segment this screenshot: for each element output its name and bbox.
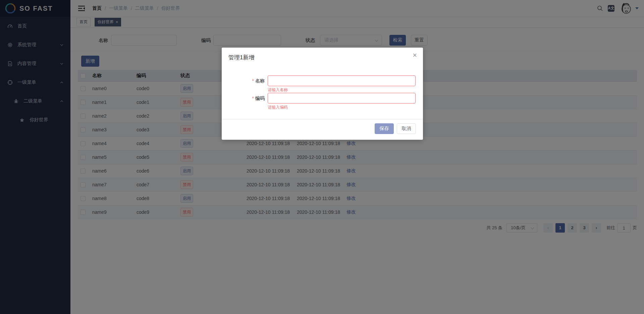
required-mark: * bbox=[252, 78, 254, 83]
close-icon[interactable]: × bbox=[413, 52, 417, 59]
save-button[interactable]: 保存 bbox=[375, 123, 394, 134]
required-mark: * bbox=[252, 96, 254, 101]
dialog-name-label: *名称 bbox=[222, 75, 265, 86]
modal-overlay[interactable] bbox=[0, 0, 644, 314]
add-dialog: 管理1新增 × *名称 请输入名称 *编码 请输入编码 保存 取消 bbox=[222, 48, 423, 140]
dialog-code-error: 请输入编码 bbox=[268, 105, 288, 110]
dialog-code-label: *编码 bbox=[222, 93, 265, 104]
app-root: SO FAST 首页 系统管理 内容管理 一级菜单 二级菜单 你好世界 bbox=[0, 0, 644, 314]
dialog-name-error: 请输入名称 bbox=[268, 87, 288, 93]
dialog-code-input[interactable] bbox=[268, 93, 416, 104]
divider bbox=[222, 119, 423, 119]
cancel-button[interactable]: 取消 bbox=[397, 123, 416, 134]
dialog-name-input[interactable] bbox=[268, 75, 416, 86]
dialog-title: 管理1新增 bbox=[228, 54, 254, 61]
